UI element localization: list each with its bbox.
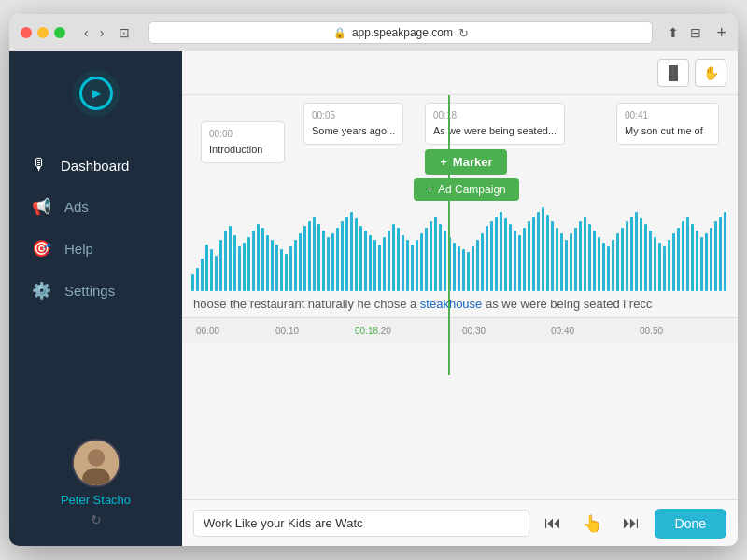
logo (73, 70, 120, 117)
segment-time-2: 00:18 (433, 109, 557, 122)
view-toggle-button[interactable]: ⊡ (115, 23, 134, 42)
ruler-mark-4: 00:30 (462, 326, 486, 336)
segment-text-1: Some years ago... (312, 125, 395, 136)
segment-card-3[interactable]: 00:41 My son cut me of (616, 103, 719, 145)
address-bar[interactable]: 🔒 app.speakpage.com ↻ (148, 21, 653, 44)
segment-time-1: 00:05 (312, 109, 395, 122)
segment-card-1[interactable]: 00:05 Some years ago... (303, 103, 403, 145)
sidebar: 🎙 Dashboard 📢 Ads 🎯 Help ⚙️ Settings (9, 51, 182, 546)
hand-tool-button[interactable]: ✋ (695, 59, 726, 87)
url-text: app.speakpage.com (352, 26, 453, 39)
transcript-highlight: steakhouse (420, 297, 483, 311)
rewind-button[interactable]: ⏮ (539, 510, 567, 537)
user-refresh-icon[interactable]: ↻ (91, 512, 102, 527)
settings-label: Settings (64, 283, 115, 299)
hand-icon: ✋ (703, 65, 719, 80)
transcript-after: as we were being seated i recc (482, 297, 652, 311)
bottom-controls: Work Like your Kids are Watc ⏮ 👆 ⏭ Done (182, 499, 738, 546)
transcript-before: hoose the restaurant naturally he chose … (193, 297, 420, 311)
lock-icon: 🔒 (333, 27, 346, 39)
segment-text-2: As we were being seated... (433, 125, 557, 136)
settings-icon: ⚙️ (32, 281, 51, 301)
back-button[interactable]: ‹ (80, 23, 92, 42)
segment-text-3: My son cut me of (625, 125, 703, 136)
sidebar-item-dashboard[interactable]: 🎙 Dashboard (9, 145, 182, 186)
ad-campaign-label: Ad Campaign (438, 183, 506, 196)
toolbar: ▐▌ ✋ (182, 51, 738, 95)
forward-button[interactable]: › (96, 23, 108, 42)
segment-card-2[interactable]: 00:18 As we were being seated... (425, 103, 565, 145)
ruler-mark-1: 00:10 (275, 326, 299, 336)
segment-time-3: 00:41 (625, 109, 711, 122)
logo-icon (79, 77, 113, 110)
timeline-cursor (448, 95, 450, 375)
done-button[interactable]: Done (655, 509, 726, 539)
ruler-mark-3: :20 (378, 326, 391, 336)
marker-label: Marker (453, 155, 493, 169)
mic-icon: 🎙 (32, 156, 48, 175)
cursor-button[interactable]: 👆 (576, 510, 608, 538)
segment-time-0: 00:00 (209, 128, 276, 141)
ruler-mark-0: 00:00 (196, 326, 219, 336)
nav-items: 🎙 Dashboard 📢 Ads 🎯 Help ⚙️ Settings (9, 145, 182, 312)
plus-icon: + (440, 155, 447, 169)
ads-label: Ads (64, 199, 89, 215)
ruler-mark-5: 00:40 (551, 326, 574, 336)
sidebar-item-settings[interactable]: ⚙️ Settings (9, 270, 182, 312)
maximize-button[interactable] (54, 27, 65, 38)
segment-card-0[interactable]: 00:00 Introduction (201, 121, 285, 163)
dashboard-label: Dashboard (61, 158, 129, 174)
title-display: Work Like your Kids are Watc (193, 510, 529, 537)
ads-icon: 📢 (32, 197, 51, 217)
fast-forward-button[interactable]: ⏭ (617, 510, 645, 537)
titlebar: ‹ › ⊡ 🔒 app.speakpage.com ↻ ⬆ ⊟ + (9, 14, 738, 51)
main-content: 🎙 Dashboard 📢 Ads 🎯 Help ⚙️ Settings (9, 51, 738, 546)
transcript-text: hoose the restaurant naturally he chose … (182, 291, 738, 317)
user-name[interactable]: Peter Stacho (61, 493, 131, 507)
minimize-button[interactable] (37, 27, 49, 38)
marker-button[interactable]: + Marker (425, 149, 507, 175)
segments-row: 00:00 Introduction 00:05 Some years ago.… (182, 95, 738, 179)
sidebar-bottom: Peter Stacho ↻ (61, 439, 131, 527)
close-button[interactable] (21, 27, 32, 38)
marker-popup: + Marker + Ad Campaign (414, 149, 519, 201)
new-tab-button[interactable]: ⊟ (686, 23, 705, 42)
help-label: Help (64, 241, 93, 257)
add-tab-button[interactable]: + (716, 23, 726, 43)
ad-plus-icon: + (427, 183, 433, 196)
waveform-tool-button[interactable]: ▐▌ (657, 59, 689, 87)
segment-text-0: Introduction (209, 144, 262, 155)
ruler-mark-2: 00:18 (355, 326, 378, 336)
help-icon: 🎯 (32, 239, 51, 259)
refresh-button[interactable]: ↻ (458, 26, 469, 40)
svg-point-1 (87, 449, 104, 466)
ruler-mark-6: 00:50 (640, 326, 663, 336)
timeline-area: 00:00 Introduction 00:05 Some years ago.… (182, 95, 738, 499)
sidebar-item-ads[interactable]: 📢 Ads (9, 186, 182, 228)
timeline-ruler: 00:00 00:10 00:18 :20 00:30 00:40 00:50 (182, 317, 738, 343)
sidebar-item-help[interactable]: 🎯 Help (9, 228, 182, 270)
waveform-icon: ▐▌ (664, 65, 683, 80)
editor-area: ▐▌ ✋ 00:00 Introduction 00:05 Some years… (182, 51, 738, 546)
ad-campaign-button[interactable]: + Ad Campaign (414, 178, 519, 201)
share-button[interactable]: ⬆ (668, 25, 679, 40)
avatar (72, 439, 120, 487)
traffic-lights (21, 27, 65, 38)
